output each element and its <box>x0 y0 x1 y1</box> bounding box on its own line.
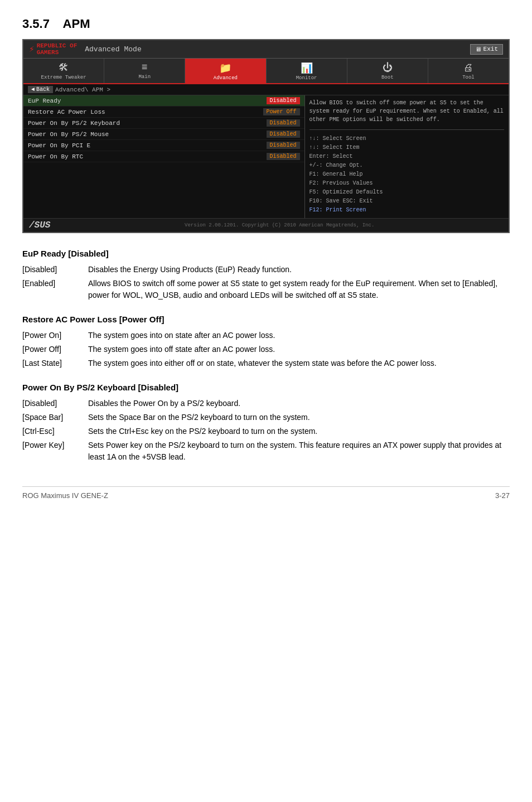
doc-section-eup: EuP Ready [Disabled] [Disabled] Disables… <box>22 249 510 302</box>
bios-description-panel: Allow BIOS to switch off some power at S… <box>305 95 509 218</box>
nav-tool[interactable]: 🖨 Tool <box>428 59 509 83</box>
page-footer: ROG Maximus IV GENE-Z 3-27 <box>22 486 510 500</box>
doc-description: Sets the Ctrl+Esc key on the PS/2 keyboa… <box>84 424 510 438</box>
advanced-icon: 📁 <box>219 62 231 74</box>
doc-section-restore-ac: Restore AC Power Loss [Power Off] [Power… <box>22 315 510 370</box>
row-label: Power On By PS/2 Keyboard <box>28 120 267 127</box>
row-label: EuP Ready <box>28 98 267 104</box>
doc-description: Disables the Energy Using Products (EuP)… <box>84 263 510 277</box>
back-icon: ◄ <box>31 86 35 93</box>
row-value: Disabled <box>267 119 300 127</box>
doc-option: [Power Key] <box>22 438 84 464</box>
bios-row-eup-ready[interactable]: EuP Ready Disabled <box>23 95 304 107</box>
bios-topbar: ⚡ REPUBLIC OF GAMERS Advanced Mode 🖥 Exi… <box>23 40 509 59</box>
doc-description: Disables the Power On by a PS/2 keyboard… <box>84 397 510 410</box>
bios-row-pcie[interactable]: Power On By PCI E Disabled <box>23 140 304 151</box>
doc-row: [Disabled] Disables the Energy Using Pro… <box>22 263 510 277</box>
doc-row: [Power Key] Sets Power key on the PS/2 k… <box>22 438 510 464</box>
nav-label: Boot <box>381 75 394 80</box>
doc-table-ps2-keyboard: [Disabled] Disables the Power On by a PS… <box>22 397 510 464</box>
doc-option: [Enabled] <box>22 277 84 302</box>
monitor-icon: 📊 <box>301 62 313 74</box>
nav-advanced[interactable]: 📁 Advanced <box>185 59 266 83</box>
bios-description-text: Allow BIOS to switch off some power at S… <box>309 99 504 124</box>
doc-table-restore-ac: [Power On] The system goes into on state… <box>22 328 510 370</box>
nav-boot[interactable]: ⏻ Boot <box>347 59 428 83</box>
doc-option: [Disabled] <box>22 397 84 410</box>
doc-row: [Disabled] Disables the Power On by a PS… <box>22 397 510 410</box>
section-heading: 3.5.7 APM <box>22 17 510 31</box>
rog-logo: ⚡ REPUBLIC OF GAMERS <box>29 42 77 56</box>
breadcrumb: ◄ Back Advanced\ APM > <box>23 84 509 95</box>
nav-label: Monitor <box>296 75 317 81</box>
nav-label: Advanced <box>214 75 238 81</box>
boot-icon: ⏻ <box>383 62 393 74</box>
row-value: Disabled <box>267 131 300 138</box>
divider <box>309 129 504 130</box>
bios-bottombar: /SUS Version 2.00.1201. Copyright (C) 20… <box>23 218 509 232</box>
bios-row-rtc[interactable]: Power On By RTC Disabled <box>23 151 304 162</box>
doc-description: Sets the Space Bar on the PS/2 keyboard … <box>84 410 510 424</box>
bios-version: Version 2.00.1201. Copyright (C) 2010 Am… <box>56 223 503 228</box>
doc-row: [Last State] The system goes into either… <box>22 356 510 370</box>
breadcrumb-path: Advanced\ APM > <box>55 86 110 93</box>
exit-icon: 🖥 <box>475 46 481 53</box>
doc-row: [Power On] The system goes into on state… <box>22 328 510 342</box>
doc-heading-ps2-keyboard: Power On By PS/2 Keyboard [Disabled] <box>22 383 510 392</box>
doc-option: [Space Bar] <box>22 410 84 424</box>
nav-extreme-tweaker[interactable]: 🛠 Extreme Tweaker <box>23 59 104 83</box>
row-label: Restore AC Power Loss <box>28 109 263 115</box>
doc-option: [Power Off] <box>22 342 84 356</box>
doc-row: [Enabled] Allows BIOS to switch off some… <box>22 277 510 302</box>
nav-label: Extreme Tweaker <box>41 75 86 80</box>
bios-nav: 🛠 Extreme Tweaker ≡ Main 📁 Advanced 📊 Mo… <box>23 59 509 84</box>
row-value: Disabled <box>267 142 300 149</box>
doc-description: The system goes into either off or on st… <box>84 356 510 370</box>
doc-heading-eup: EuP Ready [Disabled] <box>22 249 510 258</box>
doc-option: [Power On] <box>22 328 84 342</box>
doc-heading-restore-ac: Restore AC Power Loss [Power Off] <box>22 315 510 324</box>
doc-row: [Power Off] The system goes into off sta… <box>22 342 510 356</box>
footer-model: ROG Maximus IV GENE-Z <box>22 491 108 500</box>
extreme-tweaker-icon: 🛠 <box>59 62 69 74</box>
row-value: Disabled <box>267 97 300 104</box>
nav-label: Tool <box>462 75 475 80</box>
doc-table-eup: [Disabled] Disables the Energy Using Pro… <box>22 263 510 302</box>
footer-page: 3-27 <box>495 491 510 500</box>
bios-row-ps2-keyboard[interactable]: Power On By PS/2 Keyboard Disabled <box>23 118 304 129</box>
doc-description: The system goes into off state after an … <box>84 342 510 356</box>
doc-option: [Last State] <box>22 356 84 370</box>
bios-row-restore-ac[interactable]: Restore AC Power Loss Power Off <box>23 107 304 118</box>
nav-monitor[interactable]: 📊 Monitor <box>267 59 347 83</box>
exit-button[interactable]: 🖥 Exit <box>470 44 503 55</box>
row-label: Power On By RTC <box>28 153 267 160</box>
tool-icon: 🖨 <box>463 62 473 74</box>
row-value: Power Off <box>263 108 300 115</box>
doc-description: Sets Power key on the PS/2 keyboard to t… <box>84 438 510 464</box>
doc-option: [Disabled] <box>22 263 84 277</box>
doc-row: [Space Bar] Sets the Space Bar on the PS… <box>22 410 510 424</box>
row-label: Power On By PS/2 Mouse <box>28 131 267 138</box>
bios-screenshot: ⚡ REPUBLIC OF GAMERS Advanced Mode 🖥 Exi… <box>22 39 510 233</box>
doc-option: [Ctrl-Esc] <box>22 424 84 438</box>
bios-main-content: EuP Ready Disabled Restore AC Power Loss… <box>23 95 509 218</box>
main-icon: ≡ <box>142 62 148 73</box>
bios-settings-list: EuP Ready Disabled Restore AC Power Loss… <box>23 95 305 218</box>
doc-description: The system goes into on state after an A… <box>84 328 510 342</box>
back-button[interactable]: ◄ Back <box>28 86 53 93</box>
row-label: Power On By PCI E <box>28 142 267 149</box>
bios-key-help: ↑↓: Select Screen ↑↓: Select Item Enter:… <box>309 134 504 215</box>
doc-row: [Ctrl-Esc] Sets the Ctrl+Esc key on the … <box>22 424 510 438</box>
nav-label: Main <box>138 74 151 80</box>
doc-description: Allows BIOS to switch off some power at … <box>84 277 510 302</box>
bios-row-ps2-mouse[interactable]: Power On By PS/2 Mouse Disabled <box>23 129 304 140</box>
nav-main[interactable]: ≡ Main <box>104 59 185 83</box>
advanced-mode-label: Advanced Mode <box>85 45 470 54</box>
doc-section-ps2-keyboard: Power On By PS/2 Keyboard [Disabled] [Di… <box>22 383 510 464</box>
row-value: Disabled <box>267 153 300 160</box>
asus-logo: /SUS <box>29 220 50 230</box>
